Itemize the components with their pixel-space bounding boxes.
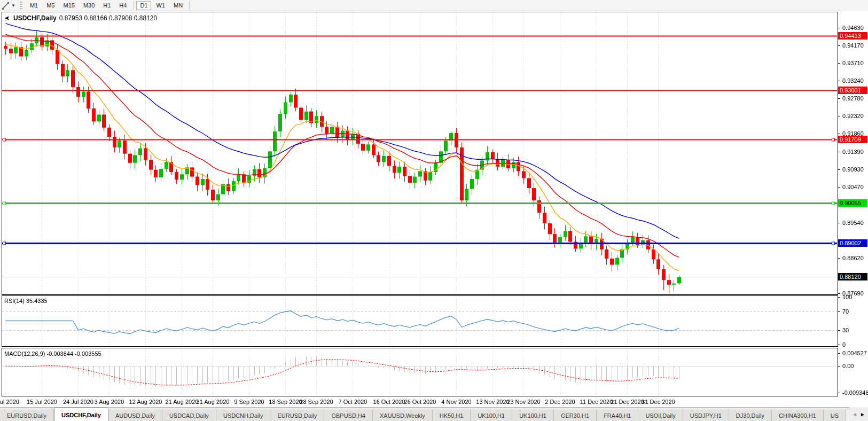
current-price-badge: 0.88120	[838, 273, 867, 280]
rsi-label: RSI(14) 35.4335	[4, 298, 48, 304]
price-axis-label: 0.93240	[842, 77, 864, 84]
chart-tab-uk100-h1[interactable]: UK100,H1	[471, 409, 512, 421]
chart-canvas[interactable]	[0, 0, 868, 407]
chart-tab-fra40-h1[interactable]: FRA40,H1	[597, 409, 638, 421]
chart-tab-usdjpy-h1[interactable]: USDJPY,H1	[683, 409, 729, 421]
tab-scroll-right-icon[interactable]: ►	[860, 411, 865, 417]
date-axis-label: 9 Sep 2020	[234, 399, 264, 405]
rsi-axis-label: 70	[842, 308, 849, 315]
date-axis-label: 2 Dec 2020	[545, 399, 575, 405]
date-axis-label: 3 Aug 2020	[95, 399, 124, 405]
date-axis-label: 31 Dec 2020	[642, 399, 675, 405]
date-axis-label: 15 Jul 2020	[27, 399, 57, 405]
chart-tab-bar: EURUSD,DailyUSDCHF,DailyAUDUSD,DailyUSDC…	[0, 407, 868, 421]
date-axis-label: 23 Nov 2020	[507, 399, 540, 405]
chart-tab-china300-h1[interactable]: CHINA300,H1	[772, 409, 824, 421]
date-axis-label: 21 Aug 2020	[166, 399, 199, 405]
hline-price-badge[interactable]: 0.94413	[838, 32, 867, 40]
price-axis-label: 0.88620	[842, 255, 864, 261]
date-axis-label: 6 Jul 2020	[0, 399, 19, 405]
price-axis-label: 0.94170	[842, 42, 864, 49]
date-axis-label: 18 Sep 2020	[269, 399, 302, 405]
tab-scroll-arrows: ◄ ►	[849, 407, 868, 421]
price-axis-label: 0.93710	[842, 60, 864, 66]
chart-tab-hk50-h1[interactable]: HK50,H1	[433, 409, 471, 421]
tab-scroll-left-icon[interactable]: ◄	[852, 411, 857, 417]
chart-title: USDCHF,Daily 0.87953 0.88166 0.87908 0.8…	[4, 14, 157, 22]
hline-price-badge[interactable]: 0.90055	[838, 199, 867, 207]
rsi-axis-label: 0	[842, 341, 846, 348]
chart-tab-usdcnh-daily[interactable]: USDCNH,Daily	[216, 409, 271, 421]
price-axis-label: 0.91390	[842, 149, 864, 155]
chart-tab-eurusd-daily[interactable]: EURUSD,Daily	[0, 409, 54, 421]
date-axis-label: 4 Nov 2020	[441, 399, 471, 405]
macd-axis-label: -0.009348	[842, 389, 868, 396]
hline-price-badge[interactable]: 0.93001	[838, 87, 867, 94]
chart-tab-usoil-daily[interactable]: USOil,Daily	[638, 409, 683, 421]
chart-tab-audusd-daily[interactable]: AUDUSD,Daily	[108, 409, 162, 421]
chart-tab-eurusd-daily[interactable]: EURUSD,Daily	[270, 409, 324, 421]
macd-axis-label: 0.00	[842, 363, 854, 369]
price-axis-label: 0.89540	[842, 220, 864, 226]
hline-price-badge[interactable]: 0.91709	[838, 136, 867, 143]
chart-tab-ger30-h1[interactable]: GER30,H1	[554, 409, 597, 421]
chart-tab-us[interactable]: US	[824, 409, 846, 421]
rsi-axis-label: 100	[842, 294, 852, 300]
chart-tab-usdchf-daily[interactable]: USDCHF,Daily	[54, 408, 108, 421]
hline-price-badge[interactable]: 0.89002	[838, 239, 867, 247]
price-axis-label: 0.90930	[842, 166, 864, 173]
date-axis-label: 7 Oct 2020	[339, 399, 367, 405]
date-axis-label: 11 Dec 2020	[580, 399, 613, 405]
macd-label: MACD(12,26,9) -0.003844 -0.003555	[4, 350, 101, 357]
chart-ohlc-values: 0.87953 0.88166 0.87908 0.88120	[59, 14, 158, 22]
date-axis-label: 28 Sep 2020	[300, 399, 333, 405]
date-axis-label: 26 Oct 2020	[404, 399, 436, 405]
date-axis-label: 21 Dec 2020	[611, 399, 644, 405]
date-axis-label: 12 Aug 2020	[129, 399, 162, 405]
date-axis-label: 24 Jul 2020	[63, 399, 93, 405]
rsi-axis-label: 30	[842, 327, 849, 333]
chart-tab-usdcad-daily[interactable]: USDCAD,Daily	[162, 409, 216, 421]
chart-tab-uk100-h1[interactable]: UK100,H1	[512, 409, 554, 421]
chart-symbol-period: USDCHF,Daily	[13, 14, 57, 22]
chart-marker-icon	[4, 15, 11, 21]
price-axis-label: 0.94630	[842, 25, 864, 31]
mt4-window: ▼ M1M5M15M30H1H4D1W1MN USDCHF,Daily 0.87…	[0, 0, 868, 421]
chart-tab-dj30-daily[interactable]: DJ30,Daily	[729, 409, 772, 421]
date-axis-label: 31 Aug 2020	[197, 399, 230, 405]
macd-axis-label: 0.004527	[842, 350, 867, 356]
chart-tab-gbpusd-h4[interactable]: GBPUSD,H4	[324, 409, 373, 421]
price-axis-label: 0.92320	[842, 113, 864, 119]
price-axis-label: 0.90470	[842, 184, 864, 190]
price-axis-label: 0.92780	[842, 95, 864, 102]
date-axis-label: 13 Nov 2020	[476, 399, 509, 405]
date-axis-label: 16 Oct 2020	[373, 399, 405, 405]
chart-tab-xauusd-weekly[interactable]: XAUUSD,Weekly	[373, 409, 433, 421]
